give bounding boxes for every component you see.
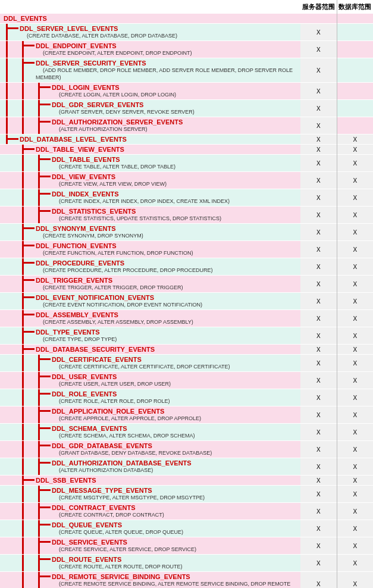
server-scope-cell: X (300, 207, 337, 224)
event-title: DDL_VIEW_EVENTS (52, 173, 300, 180)
tree-node: DDL_MESSAGE_TYPE_EVENTS(CREATE MSGTYPE, … (0, 486, 300, 502)
tree-row: DDL_VIEW_EVENTS(CREATE VIEW, ALTER VIEW,… (0, 172, 373, 189)
tree-row: DDL_AUTHORIZATION_SERVER_EVENTS(ALTER AU… (0, 117, 373, 135)
tree-row: DDL_CONTRACT_EVENTS(CREATE CONTRACT, DRO… (0, 503, 373, 520)
tree-node: DDL_SERVER_SECURITY_EVENTS(ADD ROLE MEMB… (0, 58, 300, 82)
event-title: DDL_SERVICE_EVENTS (52, 539, 300, 546)
server-scope-cell: X (300, 117, 337, 135)
event-subtitle: (GRANT SERVER, DENY SERVER, REVOKE SERVE… (52, 109, 195, 115)
server-scope-cell: X (300, 345, 337, 355)
server-scope-cell: X (300, 537, 337, 555)
tree-row: DDL_ENDPOINT_EVENTS(CREATE ENDPOINT, ALT… (0, 41, 373, 58)
event-title: DDL_ASSEMBLY_EVENTS (36, 311, 300, 318)
event-subtitle: (CREATE TYPE, DROP TYPE) (36, 336, 117, 342)
event-subtitle: (CREATE MSGTYPE, ALTER MSGTYPE, DROP MSG… (52, 495, 205, 501)
tree-node: DDL_GDR_DATABASE_EVENTS(GRANT DATABASE, … (0, 441, 300, 458)
tree-node: DDL_DATABASE_LEVEL_EVENTS (0, 135, 300, 144)
tree-row: DDL_SERVICE_EVENTS(CREATE SERVICE, ALTER… (0, 537, 373, 555)
event-title: DDL_FUNCTION_EVENTS (36, 242, 300, 249)
event-title: DDL_SERVER_SECURITY_EVENTS (36, 60, 300, 67)
tree-row: DDL_ROUTE_EVENTS(CREATE ROUTE, ALTER ROU… (0, 555, 373, 572)
tree-row: DDL_CERTIFICATE_EVENTS(CREATE CERTIFICAT… (0, 355, 373, 372)
event-subtitle: (ADD ROLE MEMBER, DROP ROLE MEMBER, ADD … (36, 67, 293, 80)
server-scope-cell: X (300, 572, 337, 589)
event-title: DDL_TABLE_VIEW_EVENTS (36, 146, 300, 153)
event-subtitle: (CREATE SYNONYM, DROP SYNONYM) (36, 233, 143, 239)
database-scope-cell: X (337, 345, 373, 355)
database-scope-cell (337, 58, 373, 83)
tree-row: DDL_INDEX_EVENTS(CREATE INDEX, ALTER IND… (0, 189, 373, 207)
database-scope-cell: X (337, 520, 373, 537)
ddl-events-table: 服务器范围 数据库范围 DDL_EVENTSDDL_SERVER_LEVEL_E… (0, 0, 373, 588)
database-scope-cell: X (337, 458, 373, 476)
server-scope-cell: X (300, 355, 337, 372)
server-scope-cell: X (300, 389, 337, 406)
database-scope-cell: X (337, 372, 373, 389)
event-title: DDL_SYNONYM_EVENTS (36, 225, 300, 232)
tree-node: DDL_INDEX_EVENTS(CREATE INDEX, ALTER IND… (0, 189, 300, 206)
database-scope-cell: X (337, 572, 373, 589)
server-scope-cell: X (300, 555, 337, 572)
server-scope-cell: X (300, 83, 337, 100)
tree-row: DDL_APPLICATION_ROLE_EVENTS(CREATE APPRO… (0, 406, 373, 424)
event-title: DDL_QUEUE_EVENTS (52, 521, 300, 528)
server-scope-cell: X (300, 476, 337, 486)
event-title: DDL_EVENT_NOTIFICATION_EVENTS (36, 294, 300, 301)
tree-node: DDL_AUTHORIZATION_DATABASE_EVENTS(ALTER … (0, 458, 300, 475)
tree-row: DDL_GDR_SERVER_EVENTS(GRANT SERVER, DENY… (0, 100, 373, 117)
database-scope-cell: X (337, 476, 373, 486)
tree-row: DDL_DATABASE_SECURITY_EVENTSXX (0, 345, 373, 355)
tree-row: DDL_ROLE_EVENTS(CREATE ROLE, ALTER ROLE,… (0, 389, 373, 406)
tree-node: DDL_ENDPOINT_EVENTS(CREATE ENDPOINT, ALT… (0, 41, 300, 58)
database-scope-cell (337, 117, 373, 135)
database-scope-cell: X (337, 537, 373, 555)
tree-node: DDL_PROCEDURE_EVENTS(CREATE PROCEDURE, A… (0, 258, 300, 275)
event-title: DDL_TRIGGER_EVENTS (36, 277, 300, 284)
tree-node: DDL_QUEUE_EVENTS(CREATE QUEUE, ALTER QUE… (0, 520, 300, 537)
database-scope-cell: X (337, 310, 373, 327)
tree-node: DDL_SCHEMA_EVENTS(CREATE SCHEMA, ALTER S… (0, 424, 300, 440)
server-scope-cell: X (300, 520, 337, 537)
tree-node: DDL_ASSEMBLY_EVENTS(CREATE ASSEMBLY, ALT… (0, 310, 300, 327)
event-subtitle: (CREATE APPROLE, ALTER APPROLE, DROP APP… (52, 415, 201, 421)
database-scope-cell: X (337, 155, 373, 172)
event-title: DDL_ROUTE_EVENTS (52, 556, 300, 563)
tree-row: DDL_TYPE_EVENTS(CREATE TYPE, DROP TYPE)X… (0, 327, 373, 345)
event-subtitle: (CREATE ROUTE, ALTER ROUTE, DROP ROUTE) (52, 564, 183, 570)
event-title: DDL_LOGIN_EVENTS (52, 84, 300, 91)
tree-row: DDL_SCHEMA_EVENTS(CREATE SCHEMA, ALTER S… (0, 424, 373, 441)
header-server: 服务器范围 (300, 0, 337, 14)
server-scope-cell: X (300, 24, 337, 41)
server-scope-cell: X (300, 406, 337, 424)
event-title: DDL_USER_EVENTS (52, 373, 300, 380)
tree-row: DDL_EVENT_NOTIFICATION_EVENTS(CREATE EVE… (0, 293, 373, 310)
database-scope-cell: X (337, 327, 373, 345)
tree-row: DDL_PROCEDURE_EVENTS(CREATE PROCEDURE, A… (0, 258, 373, 276)
tree-row: DDL_TABLE_EVENTS(CREATE TABLE, ALTER TAB… (0, 155, 373, 172)
tree-node: DDL_STATISTICS_EVENTS(CREATE STATISTICS,… (0, 207, 300, 223)
tree-row: DDL_STATISTICS_EVENTS(CREATE STATISTICS,… (0, 207, 373, 224)
database-scope-cell: X (337, 145, 373, 155)
tree-node: DDL_REMOTE_SERVICE_BINDING_EVENTS(CREATE… (0, 572, 300, 588)
event-title: DDL_REMOTE_SERVICE_BINDING_EVENTS (52, 573, 300, 580)
event-subtitle: (CREATE SERVICE, ALTER SERVICE, DROP SER… (52, 546, 196, 552)
database-scope-cell: X (337, 486, 373, 503)
server-scope-cell: X (300, 486, 337, 503)
server-scope-cell: X (300, 145, 337, 155)
tree-node: DDL_DATABASE_SECURITY_EVENTS (0, 345, 300, 354)
server-scope-cell: X (300, 224, 337, 241)
server-scope-cell: X (300, 503, 337, 520)
event-subtitle: (ALTER AUTHORIZATION SERVER) (52, 126, 148, 132)
event-subtitle: (CREATE CONTRACT, DROP CONTRACT) (52, 512, 164, 518)
tree-node: DDL_TABLE_EVENTS(CREATE TABLE, ALTER TAB… (0, 155, 300, 171)
event-title: DDL_TABLE_EVENTS (52, 156, 300, 163)
tree-node: DDL_APPLICATION_ROLE_EVENTS(CREATE APPRO… (0, 406, 300, 423)
tree-row: DDL_LOGIN_EVENTS(CREATE LOGIN, ALTER LOG… (0, 83, 373, 100)
event-subtitle: (CREATE USER, ALTER USER, DROP USER) (52, 381, 171, 387)
database-scope-cell: X (337, 135, 373, 145)
event-title: DDL_MESSAGE_TYPE_EVENTS (52, 487, 300, 494)
event-title: DDL_DATABASE_LEVEL_EVENTS (20, 136, 300, 143)
tree-row: DDL_AUTHORIZATION_DATABASE_EVENTS(ALTER … (0, 458, 373, 476)
server-scope-cell: X (300, 327, 337, 345)
tree-node: DDL_CONTRACT_EVENTS(CREATE CONTRACT, DRO… (0, 503, 300, 520)
